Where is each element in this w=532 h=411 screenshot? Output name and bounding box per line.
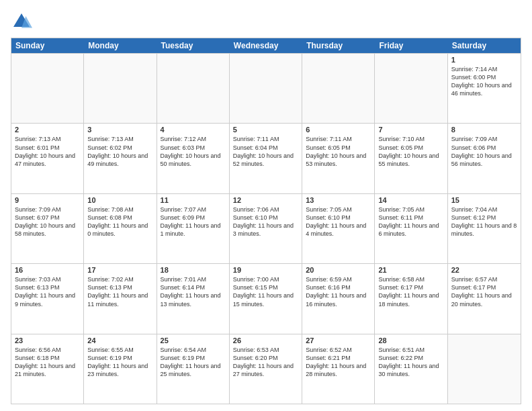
day-info: Sunrise: 6:53 AM Sunset: 6:20 PM Dayligh… [233,346,298,379]
day-number: 3 [87,126,152,134]
day-number: 8 [451,126,517,134]
day-info: Sunrise: 7:01 AM Sunset: 6:14 PM Dayligh… [161,275,226,308]
calendar-cell: 21Sunrise: 6:58 AM Sunset: 6:17 PM Dayli… [375,264,447,333]
day-number: 11 [161,196,226,204]
calendar-cell: 7Sunrise: 7:10 AM Sunset: 6:05 PM Daylig… [375,124,447,193]
day-number: 18 [161,266,226,274]
day-info: Sunrise: 7:12 AM Sunset: 6:03 PM Dayligh… [161,135,226,168]
calendar-cell: 14Sunrise: 7:05 AM Sunset: 6:11 PM Dayli… [375,194,447,263]
day-info: Sunrise: 7:11 AM Sunset: 6:04 PM Dayligh… [233,135,298,168]
day-info: Sunrise: 6:52 AM Sunset: 6:21 PM Dayligh… [306,346,371,379]
day-info: Sunrise: 7:05 AM Sunset: 6:10 PM Dayligh… [306,205,371,238]
day-info: Sunrise: 7:09 AM Sunset: 6:07 PM Dayligh… [15,205,80,238]
calendar-cell: 6Sunrise: 7:11 AM Sunset: 6:05 PM Daylig… [302,124,375,193]
weekday-header: Sunday [11,38,84,53]
weekday-header: Tuesday [157,38,230,53]
weekday-header: Thursday [302,38,375,53]
calendar-body: 1Sunrise: 7:14 AM Sunset: 6:00 PM Daylig… [11,53,521,404]
day-number: 10 [87,196,152,204]
day-info: Sunrise: 7:13 AM Sunset: 6:02 PM Dayligh… [87,135,152,168]
weekday-header: Wednesday [230,38,302,53]
day-info: Sunrise: 6:54 AM Sunset: 6:19 PM Dayligh… [161,346,226,379]
day-info: Sunrise: 7:14 AM Sunset: 6:00 PM Dayligh… [451,65,517,98]
day-number: 12 [233,196,298,204]
calendar-cell: 19Sunrise: 7:00 AM Sunset: 6:15 PM Dayli… [230,264,302,333]
day-info: Sunrise: 7:10 AM Sunset: 6:05 PM Dayligh… [378,135,443,168]
day-number: 25 [161,336,226,345]
calendar-cell [375,54,447,123]
calendar-row: 16Sunrise: 7:03 AM Sunset: 6:13 PM Dayli… [11,263,521,333]
calendar-cell: 8Sunrise: 7:09 AM Sunset: 6:06 PM Daylig… [448,124,521,193]
calendar-cell: 11Sunrise: 7:07 AM Sunset: 6:09 PM Dayli… [157,194,230,263]
day-info: Sunrise: 7:00 AM Sunset: 6:15 PM Dayligh… [233,275,298,308]
calendar-cell: 1Sunrise: 7:14 AM Sunset: 6:00 PM Daylig… [448,54,521,123]
calendar-cell: 17Sunrise: 7:02 AM Sunset: 6:13 PM Dayli… [84,264,157,333]
calendar-row: 1Sunrise: 7:14 AM Sunset: 6:00 PM Daylig… [11,53,521,123]
day-number: 24 [87,336,152,345]
day-info: Sunrise: 6:55 AM Sunset: 6:19 PM Dayligh… [87,346,152,379]
calendar-cell: 3Sunrise: 7:13 AM Sunset: 6:02 PM Daylig… [84,124,157,193]
day-info: Sunrise: 7:08 AM Sunset: 6:08 PM Dayligh… [87,205,152,238]
calendar: SundayMondayTuesdayWednesdayThursdayFrid… [11,38,521,404]
day-number: 9 [15,196,80,204]
calendar-header: SundayMondayTuesdayWednesdayThursdayFrid… [11,38,521,53]
day-info: Sunrise: 7:09 AM Sunset: 6:06 PM Dayligh… [451,135,517,168]
day-number: 15 [451,196,517,204]
calendar-cell [448,334,521,404]
day-number: 20 [306,266,371,274]
calendar-cell: 23Sunrise: 6:56 AM Sunset: 6:18 PM Dayli… [11,334,84,404]
day-number: 4 [161,126,226,134]
day-info: Sunrise: 7:13 AM Sunset: 6:01 PM Dayligh… [15,135,80,168]
day-info: Sunrise: 7:05 AM Sunset: 6:11 PM Dayligh… [378,205,443,238]
day-number: 22 [451,266,517,274]
calendar-cell: 5Sunrise: 7:11 AM Sunset: 6:04 PM Daylig… [230,124,302,193]
calendar-cell: 16Sunrise: 7:03 AM Sunset: 6:13 PM Dayli… [11,264,84,333]
day-number: 19 [233,266,298,274]
day-number: 23 [15,336,80,345]
calendar-row: 23Sunrise: 6:56 AM Sunset: 6:18 PM Dayli… [11,334,521,404]
day-info: Sunrise: 7:03 AM Sunset: 6:13 PM Dayligh… [15,275,80,308]
day-info: Sunrise: 7:07 AM Sunset: 6:09 PM Dayligh… [161,205,226,238]
calendar-cell: 2Sunrise: 7:13 AM Sunset: 6:01 PM Daylig… [11,124,84,193]
calendar-cell [230,54,302,123]
day-info: Sunrise: 6:57 AM Sunset: 6:17 PM Dayligh… [451,275,517,308]
calendar-row: 2Sunrise: 7:13 AM Sunset: 6:01 PM Daylig… [11,123,521,193]
day-number: 16 [15,266,80,274]
weekday-header: Monday [84,38,157,53]
day-info: Sunrise: 7:04 AM Sunset: 6:12 PM Dayligh… [451,205,517,238]
calendar-cell: 20Sunrise: 6:59 AM Sunset: 6:16 PM Dayli… [302,264,375,333]
weekday-header: Saturday [448,38,521,53]
calendar-cell: 15Sunrise: 7:04 AM Sunset: 6:12 PM Dayli… [448,194,521,263]
calendar-cell: 13Sunrise: 7:05 AM Sunset: 6:10 PM Dayli… [302,194,375,263]
day-info: Sunrise: 7:06 AM Sunset: 6:10 PM Dayligh… [233,205,298,238]
weekday-header: Friday [375,38,447,53]
day-number: 13 [306,196,371,204]
calendar-cell [302,54,375,123]
logo [11,11,35,32]
day-info: Sunrise: 6:51 AM Sunset: 6:22 PM Dayligh… [378,346,443,379]
day-number: 2 [15,126,80,134]
header [11,11,521,32]
calendar-cell: 27Sunrise: 6:52 AM Sunset: 6:21 PM Dayli… [302,334,375,404]
day-number: 21 [378,266,443,274]
calendar-cell: 22Sunrise: 6:57 AM Sunset: 6:17 PM Dayli… [448,264,521,333]
day-info: Sunrise: 6:59 AM Sunset: 6:16 PM Dayligh… [306,275,371,308]
calendar-cell: 24Sunrise: 6:55 AM Sunset: 6:19 PM Dayli… [84,334,157,404]
calendar-cell [84,54,157,123]
calendar-row: 9Sunrise: 7:09 AM Sunset: 6:07 PM Daylig… [11,193,521,263]
calendar-cell: 4Sunrise: 7:12 AM Sunset: 6:03 PM Daylig… [157,124,230,193]
day-number: 27 [306,336,371,345]
calendar-cell: 9Sunrise: 7:09 AM Sunset: 6:07 PM Daylig… [11,194,84,263]
day-info: Sunrise: 7:02 AM Sunset: 6:13 PM Dayligh… [87,275,152,308]
day-number: 14 [378,196,443,204]
day-number: 6 [306,126,371,134]
calendar-cell: 28Sunrise: 6:51 AM Sunset: 6:22 PM Dayli… [375,334,447,404]
day-number: 1 [451,56,517,64]
day-number: 7 [378,126,443,134]
calendar-cell [157,54,230,123]
calendar-cell: 10Sunrise: 7:08 AM Sunset: 6:08 PM Dayli… [84,194,157,263]
day-number: 28 [378,336,443,345]
page: SundayMondayTuesdayWednesdayThursdayFrid… [0,0,532,411]
day-info: Sunrise: 6:58 AM Sunset: 6:17 PM Dayligh… [378,275,443,308]
day-number: 17 [87,266,152,274]
